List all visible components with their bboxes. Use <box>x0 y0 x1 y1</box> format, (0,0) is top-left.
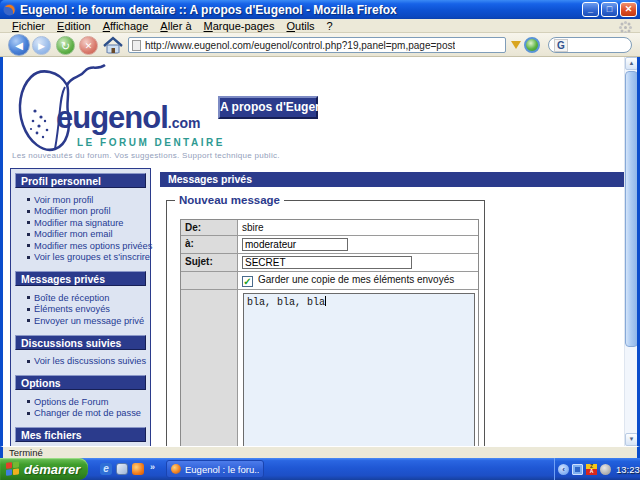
bullet-icon <box>27 412 30 415</box>
logo-wordmark[interactable]: eugenol.com <box>56 100 201 136</box>
close-button[interactable]: ✕ <box>620 2 637 17</box>
menu-bar: Fichier Edition Affichage Aller à Marque… <box>0 19 640 33</box>
from-row: De: sbire <box>181 220 478 236</box>
url-go-arrow-icon[interactable] <box>511 41 521 49</box>
body-row: bla, bla, bla <box>181 290 478 446</box>
home-button[interactable] <box>103 36 123 55</box>
minimize-button[interactable]: _ <box>582 2 599 17</box>
firefox-icon <box>171 464 181 474</box>
messages-prives-header: Messages privés <box>160 172 624 187</box>
firefox-quicklaunch-icon[interactable] <box>132 463 144 475</box>
firefox-icon <box>3 3 16 16</box>
bullet-icon <box>27 308 30 311</box>
back-button[interactable]: ◀ <box>8 34 30 56</box>
bullet-icon <box>27 233 30 236</box>
sidebar-item-groupes[interactable]: Voir les groupes et s'inscrire <box>15 252 146 264</box>
fieldset-legend: Nouveau message <box>175 194 284 206</box>
scroll-up-arrow[interactable]: ▲ <box>625 57 638 70</box>
bullet-icon <box>27 244 30 247</box>
menu-item-edition[interactable]: Edition <box>51 19 97 33</box>
to-row: à: <box>181 236 478 254</box>
stop-button[interactable]: ✕ <box>79 36 98 55</box>
to-label: à: <box>181 236 238 253</box>
volume-tray-icon[interactable] <box>600 464 611 475</box>
sidebar-item-modifier-ma-signature[interactable]: Modifier ma signature <box>15 217 146 229</box>
navigation-toolbar: ◀ ▶ ↻ ✕ http://www.eugenol.com/eugenol/c… <box>0 33 640 57</box>
network-tray-icon[interactable] <box>572 464 583 475</box>
status-text: Terminé <box>9 447 43 458</box>
quicklaunch-overflow-chevron[interactable]: » <box>150 462 155 472</box>
menu-item-affichage[interactable]: Affichage <box>97 19 155 33</box>
scrollbar-thumb[interactable] <box>625 71 638 347</box>
window-title: Eugenol : le forum dentaire :: A propos … <box>20 3 580 17</box>
bullet-icon <box>27 256 30 259</box>
copy-checkbox[interactable]: ✓ <box>242 276 253 287</box>
scroll-down-arrow[interactable]: ▼ <box>625 433 638 446</box>
to-field[interactable] <box>242 238 348 251</box>
vertical-scrollbar[interactable]: ▲ ▼ <box>624 57 637 446</box>
from-label: De: <box>181 220 238 235</box>
menu-item-outils[interactable]: Outils <box>280 19 320 33</box>
sidebar-item-modifier-mon-profil[interactable]: Modifier mon profil <box>15 206 146 218</box>
message-body-textarea[interactable]: bla, bla, bla <box>243 293 475 446</box>
bullet-icon <box>27 360 30 363</box>
start-button[interactable]: démarrer <box>0 458 88 480</box>
task-button-label: Eugenol : le foru... <box>185 464 259 475</box>
zonealarm-tray-icon[interactable]: ZA <box>586 464 597 475</box>
from-value: sbire <box>238 220 478 235</box>
sidebar-item-boite-reception[interactable]: Boîte de réception <box>15 292 146 304</box>
firefox-task-button[interactable]: Eugenol : le foru... <box>166 460 264 478</box>
throbber-icon <box>624 26 627 29</box>
bullet-icon <box>27 221 30 224</box>
windows-flag-icon <box>6 461 20 476</box>
sidebar-item-options-forum[interactable]: Options de Forum <box>15 396 146 408</box>
hide-icons-chevron-icon[interactable]: ‹ <box>558 464 569 475</box>
page-favicon <box>132 40 141 51</box>
search-input[interactable]: G <box>548 37 632 53</box>
menu-item-fichier[interactable]: Fichier <box>6 19 51 33</box>
subnav-links[interactable]: Les nouveautés du forum. Vos suggestions… <box>12 151 280 160</box>
sidebar-header-options: Options <box>15 375 146 390</box>
internet-explorer-icon[interactable]: e <box>100 463 112 475</box>
subject-field[interactable] <box>242 256 412 269</box>
logo-tagline: LE FORUM DENTAIRE <box>77 137 225 148</box>
nouveau-message-fieldset: Nouveau message De: sbire à: Sujet: <box>166 200 485 446</box>
body-label-cell <box>181 290 238 446</box>
sidebar-header-discussions: Discussions suivies <box>15 335 146 350</box>
window-titlebar: Eugenol : le forum dentaire :: A propos … <box>0 0 640 19</box>
url-bar[interactable]: http://www.eugenol.com/eugenol/control.p… <box>128 37 506 53</box>
sidebar-item-voir-discussions[interactable]: Voir les discussions suivies <box>15 356 146 368</box>
bullet-icon <box>27 319 30 322</box>
sidebar-item-options-privees[interactable]: Modifier mes options privées <box>15 240 146 252</box>
sidebar: Profil personnel Voir mon profil Modifie… <box>10 168 151 446</box>
sidebar-item-modifier-mon-email[interactable]: Modifier mon email <box>15 229 146 241</box>
bullet-icon <box>27 210 30 213</box>
taskbar: démarrer e » Eugenol : le foru... ‹ ZA 1… <box>0 458 640 480</box>
forward-button[interactable]: ▶ <box>32 36 51 55</box>
menu-item-aide[interactable]: ? <box>321 19 339 33</box>
sidebar-item-elements-envoyes[interactable]: Éléments envoyés <box>15 304 146 316</box>
sidebar-item-mot-de-passe[interactable]: Changer de mot de passe <box>15 408 146 420</box>
subject-row: Sujet: <box>181 254 478 272</box>
copy-option-label-cell <box>181 272 238 289</box>
maximize-button[interactable]: □ <box>601 2 618 17</box>
bullet-icon <box>27 400 30 403</box>
browser-viewport: eugenol.com LE FORUM DENTAIRE A propos d… <box>0 57 640 446</box>
taskbar-clock: 13:23 <box>616 464 640 475</box>
subject-label: Sujet: <box>181 254 238 271</box>
sidebar-header-mes-fichiers: Mes fichiers <box>15 427 146 442</box>
copy-checkbox-label[interactable]: Garder une copie de mes éléments envoyés <box>258 274 454 285</box>
start-button-label: démarrer <box>24 462 80 477</box>
sidebar-item-voir-mon-profil[interactable]: Voir mon profil <box>15 194 146 206</box>
go-button[interactable] <box>524 37 540 53</box>
text-caret <box>325 296 326 306</box>
menu-item-marque-pages[interactable]: Marque-pages <box>198 19 281 33</box>
url-text: http://www.eugenol.com/eugenol/control.p… <box>145 40 455 51</box>
bullet-icon <box>27 198 30 201</box>
about-eugenol-button[interactable]: A propos d'Eugenol <box>218 96 318 119</box>
show-desktop-icon[interactable] <box>116 463 128 475</box>
menu-item-aller-a[interactable]: Aller à <box>154 19 197 33</box>
desktop: Eugenol : le forum dentaire :: A propos … <box>0 0 640 480</box>
reload-button[interactable]: ↻ <box>56 36 75 55</box>
sidebar-item-envoyer-message[interactable]: Envoyer un message privé <box>15 315 146 327</box>
